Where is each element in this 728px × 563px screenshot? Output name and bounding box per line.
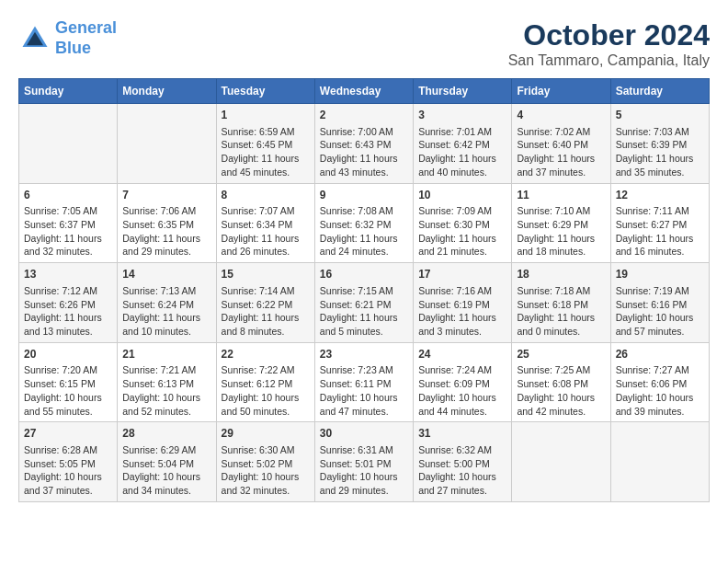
day-info: Sunset: 6:19 PM: [418, 298, 506, 312]
day-info: Sunset: 6:09 PM: [418, 377, 506, 391]
day-info: Sunset: 6:11 PM: [320, 377, 408, 391]
header-monday: Monday: [118, 79, 216, 104]
day-info: Daylight: 11 hours and 8 minutes.: [222, 311, 310, 338]
day-info: Sunset: 6:37 PM: [24, 218, 112, 232]
day-info: Daylight: 11 hours and 43 minutes.: [320, 152, 408, 178]
day-number: 4: [517, 108, 605, 123]
day-info: Sunrise: 7:08 AM: [320, 204, 408, 218]
day-number: 6: [24, 188, 112, 203]
title-block: October 2024 San Tammaro, Campania, Ital…: [508, 18, 710, 69]
day-info: Daylight: 10 hours and 47 minutes.: [320, 391, 408, 418]
day-info: Daylight: 11 hours and 21 minutes.: [418, 232, 506, 259]
logo: General Blue: [18, 18, 117, 58]
calendar-cell: 17Sunrise: 7:16 AMSunset: 6:19 PMDayligh…: [414, 263, 512, 343]
day-info: Sunset: 6:26 PM: [24, 298, 112, 312]
day-number: 5: [616, 108, 704, 123]
day-info: Daylight: 10 hours and 52 minutes.: [122, 391, 210, 418]
day-number: 8: [222, 188, 310, 203]
header-wednesday: Wednesday: [314, 79, 413, 104]
day-info: Daylight: 10 hours and 29 minutes.: [320, 470, 408, 497]
day-info: Sunrise: 7:22 AM: [222, 363, 310, 377]
day-info: Sunset: 6:40 PM: [517, 138, 605, 152]
day-number: 18: [517, 267, 605, 282]
logo-text: General Blue: [55, 18, 117, 58]
calendar-cell: 19Sunrise: 7:19 AMSunset: 6:16 PMDayligh…: [610, 263, 709, 343]
day-info: Daylight: 10 hours and 42 minutes.: [517, 391, 605, 418]
day-info: Daylight: 11 hours and 35 minutes.: [616, 152, 704, 178]
day-number: 1: [222, 108, 310, 123]
header-tuesday: Tuesday: [216, 79, 314, 104]
week-row-2: 6Sunrise: 7:05 AMSunset: 6:37 PMDaylight…: [19, 183, 710, 263]
calendar-cell: 8Sunrise: 7:07 AMSunset: 6:34 PMDaylight…: [216, 183, 314, 263]
calendar-cell: 30Sunrise: 6:31 AMSunset: 5:01 PMDayligh…: [314, 422, 413, 502]
calendar-cell: 7Sunrise: 7:06 AMSunset: 6:35 PMDaylight…: [118, 183, 216, 263]
calendar-cell: [512, 422, 610, 502]
calendar-cell: 27Sunrise: 6:28 AMSunset: 5:05 PMDayligh…: [19, 422, 118, 502]
header-sunday: Sunday: [19, 79, 118, 104]
calendar-cell: 22Sunrise: 7:22 AMSunset: 6:12 PMDayligh…: [216, 342, 314, 422]
day-number: 26: [616, 347, 704, 362]
day-info: Sunrise: 7:18 AM: [517, 284, 605, 298]
week-row-3: 13Sunrise: 7:12 AMSunset: 6:26 PMDayligh…: [19, 263, 710, 343]
calendar-cell: [118, 104, 216, 184]
day-info: Sunrise: 7:13 AM: [122, 284, 210, 298]
calendar-cell: 21Sunrise: 7:21 AMSunset: 6:13 PMDayligh…: [118, 342, 216, 422]
day-info: Sunset: 6:39 PM: [616, 138, 704, 152]
day-info: Sunset: 6:34 PM: [222, 218, 310, 232]
day-number: 15: [222, 267, 310, 282]
calendar-cell: 28Sunrise: 6:29 AMSunset: 5:04 PMDayligh…: [118, 422, 216, 502]
day-info: Daylight: 10 hours and 57 minutes.: [616, 311, 704, 338]
calendar-cell: 13Sunrise: 7:12 AMSunset: 6:26 PMDayligh…: [19, 263, 118, 343]
day-info: Daylight: 11 hours and 37 minutes.: [517, 152, 605, 178]
day-info: Sunrise: 7:19 AM: [616, 284, 704, 298]
day-info: Daylight: 11 hours and 26 minutes.: [222, 232, 310, 259]
calendar-header-row: SundayMondayTuesdayWednesdayThursdayFrid…: [19, 79, 710, 104]
day-info: Sunset: 6:15 PM: [24, 377, 112, 391]
calendar-cell: 10Sunrise: 7:09 AMSunset: 6:30 PMDayligh…: [414, 183, 512, 263]
calendar-cell: 25Sunrise: 7:25 AMSunset: 6:08 PMDayligh…: [512, 342, 610, 422]
day-info: Sunset: 6:08 PM: [517, 377, 605, 391]
day-info: Sunrise: 7:03 AM: [616, 125, 704, 139]
day-info: Sunrise: 6:32 AM: [418, 443, 506, 457]
day-info: Sunrise: 7:02 AM: [517, 125, 605, 139]
day-info: Sunset: 6:18 PM: [517, 298, 605, 312]
calendar-cell: 31Sunrise: 6:32 AMSunset: 5:00 PMDayligh…: [414, 422, 512, 502]
day-info: Sunrise: 7:05 AM: [24, 204, 112, 218]
calendar-cell: [19, 104, 118, 184]
day-info: Sunset: 6:35 PM: [122, 218, 210, 232]
day-number: 22: [222, 347, 310, 362]
day-info: Daylight: 11 hours and 16 minutes.: [616, 232, 704, 259]
calendar-cell: 24Sunrise: 7:24 AMSunset: 6:09 PMDayligh…: [414, 342, 512, 422]
day-info: Sunrise: 6:31 AM: [320, 443, 408, 457]
day-info: Sunset: 5:00 PM: [418, 457, 506, 471]
day-info: Sunrise: 7:10 AM: [517, 204, 605, 218]
day-info: Daylight: 11 hours and 40 minutes.: [418, 152, 506, 178]
day-info: Sunrise: 7:07 AM: [222, 204, 310, 218]
calendar-table: SundayMondayTuesdayWednesdayThursdayFrid…: [18, 78, 710, 502]
day-info: Sunrise: 7:27 AM: [616, 363, 704, 377]
day-number: 31: [418, 426, 506, 442]
day-info: Daylight: 11 hours and 3 minutes.: [418, 311, 506, 338]
week-row-5: 27Sunrise: 6:28 AMSunset: 5:05 PMDayligh…: [19, 422, 710, 502]
day-info: Daylight: 11 hours and 24 minutes.: [320, 232, 408, 259]
day-number: 27: [24, 426, 112, 442]
day-info: Sunrise: 7:23 AM: [320, 363, 408, 377]
calendar-cell: 18Sunrise: 7:18 AMSunset: 6:18 PMDayligh…: [512, 263, 610, 343]
calendar-cell: 11Sunrise: 7:10 AMSunset: 6:29 PMDayligh…: [512, 183, 610, 263]
day-info: Daylight: 10 hours and 32 minutes.: [222, 470, 310, 497]
day-info: Sunrise: 7:09 AM: [418, 204, 506, 218]
day-info: Sunset: 5:01 PM: [320, 457, 408, 471]
day-info: Sunrise: 7:15 AM: [320, 284, 408, 298]
day-info: Daylight: 10 hours and 39 minutes.: [616, 391, 704, 418]
day-info: Sunset: 6:16 PM: [616, 298, 704, 312]
day-info: Daylight: 10 hours and 55 minutes.: [24, 391, 112, 418]
day-info: Sunset: 6:06 PM: [616, 377, 704, 391]
day-info: Sunset: 6:12 PM: [222, 377, 310, 391]
day-info: Daylight: 10 hours and 50 minutes.: [222, 391, 310, 418]
day-number: 21: [122, 347, 210, 362]
day-info: Daylight: 11 hours and 5 minutes.: [320, 311, 408, 338]
day-info: Sunset: 6:43 PM: [320, 138, 408, 152]
day-info: Daylight: 10 hours and 27 minutes.: [418, 470, 506, 497]
calendar-cell: 5Sunrise: 7:03 AMSunset: 6:39 PMDaylight…: [610, 104, 709, 184]
calendar-cell: 20Sunrise: 7:20 AMSunset: 6:15 PMDayligh…: [19, 342, 118, 422]
